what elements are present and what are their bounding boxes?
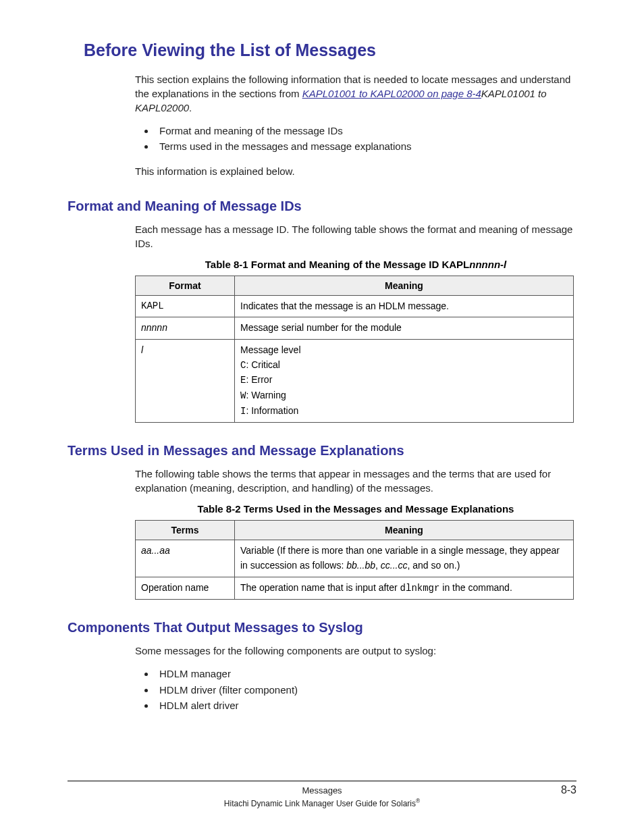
footer-center-text: Messages xyxy=(108,785,536,796)
r2-code: dlnkmgr xyxy=(400,583,440,594)
registered-mark: ® xyxy=(416,798,420,804)
heading-format-meaning: Format and Meaning of Message IDs xyxy=(68,199,576,214)
list-item: Format and meaning of the message IDs xyxy=(155,123,576,138)
table2-caption: Table 8-2 Terms Used in the Messages and… xyxy=(135,503,576,515)
th-terms: Terms xyxy=(136,521,235,540)
r1-mid: , xyxy=(375,560,381,571)
intro-para1-post-plain: . xyxy=(189,102,192,113)
table-row: l Message level C: Critical E: Error W: … xyxy=(136,339,574,422)
level-text-c: : Critical xyxy=(246,359,280,370)
section3-paragraph: Some messages for the following componen… xyxy=(135,644,576,658)
msg-level-label: Message level xyxy=(240,344,301,355)
level-text-w: : Warning xyxy=(246,390,286,400)
page-footer: Messages 8-3 Hitachi Dynamic Link Manage… xyxy=(68,781,576,808)
table-row: Operation name The operation name that i… xyxy=(136,577,574,600)
cell-meaning: Message level C: Critical E: Error W: Wa… xyxy=(235,339,574,422)
list-item: HDLM alert driver xyxy=(155,698,576,713)
cell-meaning: Indicates that the message is an HDLM me… xyxy=(235,295,574,317)
heading-terms-used: Terms Used in Messages and Message Expla… xyxy=(68,443,576,459)
table-header-row: Terms Meaning xyxy=(136,521,574,540)
cell-meaning: Message serial number for the module xyxy=(235,317,574,340)
intro-bullet-list: Format and meaning of the message IDs Te… xyxy=(135,123,576,155)
cell-format: l xyxy=(136,339,235,422)
table1-caption-ital: nnnnn-l xyxy=(469,259,506,270)
r1-post: , and so on.) xyxy=(407,560,460,571)
table-header-row: Format Meaning xyxy=(136,276,574,295)
footer-line2-text: Hitachi Dynamic Link Manager User Guide … xyxy=(224,799,416,808)
r2-post: in the command. xyxy=(439,582,512,593)
table-row: aa...aa Variable (If there is more than … xyxy=(136,540,574,577)
th-format: Format xyxy=(136,276,235,295)
section3-bullet-list: HDLM manager HDLM driver (filter compone… xyxy=(135,666,576,713)
cell-term: aa...aa xyxy=(136,540,235,577)
section2-paragraph: The following table shows the terms that… xyxy=(135,467,576,495)
table-row: KAPL Indicates that the message is an HD… xyxy=(136,295,574,317)
heading-components-syslog: Components That Output Messages to Syslo… xyxy=(68,620,576,635)
table1-caption-pre: Table 8-1 Format and Meaning of the Mess… xyxy=(205,259,469,270)
heading-main: Before Viewing the List of Messages xyxy=(84,41,576,60)
level-text-i: : Information xyxy=(246,405,298,416)
list-item: HDLM manager xyxy=(155,666,576,681)
intro-paragraph-1: This section explains the following info… xyxy=(135,72,576,115)
cell-meaning: Variable (If there is more than one vari… xyxy=(235,540,574,577)
r2-meaning-pre: The operation name that is input after xyxy=(240,582,400,593)
intro-paragraph-2: This information is explained below. xyxy=(135,164,576,178)
th-meaning: Meaning xyxy=(235,521,574,540)
table-row: nnnnn Message serial number for the modu… xyxy=(136,317,574,340)
cell-meaning: The operation name that is input after d… xyxy=(235,577,574,600)
list-item: HDLM driver (filter component) xyxy=(155,682,576,698)
section1-paragraph: Each message has a message ID. The follo… xyxy=(135,222,576,251)
cell-format: KAPL xyxy=(136,295,235,317)
r1-i1: bb...bb xyxy=(346,560,375,571)
cell-term: Operation name xyxy=(136,577,235,600)
footer-doc-title: Hitachi Dynamic Link Manager User Guide … xyxy=(68,798,576,808)
table-terms-used: Terms Meaning aa...aa Variable (If there… xyxy=(135,520,574,600)
footer-page-number: 8-3 xyxy=(536,784,576,796)
r1-i2: cc...cc xyxy=(381,560,408,571)
table1-caption: Table 8-1 Format and Meaning of the Mess… xyxy=(135,259,576,270)
link-kapl-range[interactable]: KAPL01001 to KAPL02000 on page 8-4 xyxy=(302,88,481,99)
cell-format: nnnnn xyxy=(136,317,235,340)
list-item: Terms used in the messages and message e… xyxy=(155,138,576,154)
th-meaning: Meaning xyxy=(235,276,574,295)
level-text-e: : Error xyxy=(246,374,272,385)
table-format-meaning: Format Meaning KAPL Indicates that the m… xyxy=(135,276,574,423)
